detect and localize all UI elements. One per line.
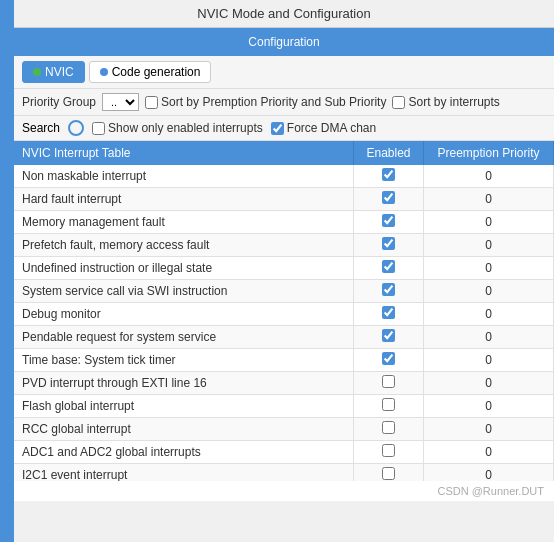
search-icon [68, 120, 84, 136]
config-tab-bar: Configuration [14, 28, 554, 56]
sort-interrupts-label: Sort by interrupts [392, 95, 499, 109]
table-row: System service call via SWI instruction0 [14, 280, 554, 303]
interrupt-name: I2C1 event interrupt [14, 464, 354, 482]
show-only-enabled-label: Show only enabled interrupts [92, 121, 263, 135]
interrupt-priority: 0 [424, 441, 554, 464]
title-bar: NVIC Mode and Configuration [14, 0, 554, 28]
options-row: Priority Group .. Sort by Premption Prio… [14, 89, 554, 116]
interrupt-name: Undefined instruction or illegal state [14, 257, 354, 280]
table-row: Undefined instruction or illegal state0 [14, 257, 554, 280]
interrupt-priority: 0 [424, 234, 554, 257]
enabled-checkbox[interactable] [382, 306, 395, 319]
enabled-checkbox[interactable] [382, 421, 395, 434]
table-row: Flash global interrupt0 [14, 395, 554, 418]
enabled-checkbox[interactable] [382, 168, 395, 181]
config-tab-label: Configuration [228, 32, 339, 52]
watermark: CSDN @Runner.DUT [14, 481, 554, 501]
interrupt-name: System service call via SWI instruction [14, 280, 354, 303]
nvic-interrupt-table: NVIC Interrupt Table Enabled Preemption … [14, 141, 554, 481]
interrupt-priority: 0 [424, 418, 554, 441]
interrupt-name: Time base: System tick timer [14, 349, 354, 372]
interrupt-name: Memory management fault [14, 211, 354, 234]
interrupt-enabled[interactable] [354, 326, 424, 349]
left-bar [0, 0, 14, 542]
col-header-name: NVIC Interrupt Table [14, 141, 354, 165]
interrupt-enabled[interactable] [354, 441, 424, 464]
interrupt-name: Non maskable interrupt [14, 165, 354, 188]
col-header-enabled: Enabled [354, 141, 424, 165]
table-row: RCC global interrupt0 [14, 418, 554, 441]
interrupt-priority: 0 [424, 188, 554, 211]
search-row: Search Show only enabled interrupts Forc… [14, 116, 554, 141]
interrupt-priority: 0 [424, 372, 554, 395]
interrupt-priority: 0 [424, 349, 554, 372]
interrupt-enabled[interactable] [354, 418, 424, 441]
app-title: NVIC Mode and Configuration [197, 6, 370, 21]
interrupt-enabled[interactable] [354, 165, 424, 188]
interrupt-name: Prefetch fault, memory access fault [14, 234, 354, 257]
interrupt-enabled[interactable] [354, 188, 424, 211]
force-dma-checkbox[interactable] [271, 122, 284, 135]
interrupt-name: RCC global interrupt [14, 418, 354, 441]
col-header-priority: Preemption Priority [424, 141, 554, 165]
show-only-enabled-checkbox[interactable] [92, 122, 105, 135]
tabs-row: NVIC Code generation [14, 56, 554, 89]
search-label: Search [22, 121, 60, 135]
priority-group-label: Priority Group [22, 95, 96, 109]
interrupt-priority: 0 [424, 165, 554, 188]
enabled-checkbox[interactable] [382, 375, 395, 388]
priority-group-select[interactable]: .. [102, 93, 139, 111]
interrupt-enabled[interactable] [354, 372, 424, 395]
interrupt-name: PVD interrupt through EXTI line 16 [14, 372, 354, 395]
interrupt-enabled[interactable] [354, 303, 424, 326]
interrupt-priority: 0 [424, 303, 554, 326]
enabled-checkbox[interactable] [382, 444, 395, 457]
enabled-checkbox[interactable] [382, 467, 395, 480]
table-row: ADC1 and ADC2 global interrupts0 [14, 441, 554, 464]
interrupt-priority: 0 [424, 280, 554, 303]
sort-premption-checkbox[interactable] [145, 96, 158, 109]
interrupt-name: ADC1 and ADC2 global interrupts [14, 441, 354, 464]
table-row: Non maskable interrupt0 [14, 165, 554, 188]
interrupt-table-container: NVIC Interrupt Table Enabled Preemption … [14, 141, 554, 481]
tab-code-gen-label: Code generation [112, 65, 201, 79]
interrupt-name: Flash global interrupt [14, 395, 354, 418]
interrupt-name: Debug monitor [14, 303, 354, 326]
enabled-checkbox[interactable] [382, 260, 395, 273]
table-row: PVD interrupt through EXTI line 160 [14, 372, 554, 395]
interrupt-priority: 0 [424, 395, 554, 418]
interrupt-enabled[interactable] [354, 395, 424, 418]
interrupt-enabled[interactable] [354, 349, 424, 372]
table-row: Hard fault interrupt0 [14, 188, 554, 211]
enabled-checkbox[interactable] [382, 191, 395, 204]
code-gen-dot-icon [100, 68, 108, 76]
enabled-checkbox[interactable] [382, 237, 395, 250]
interrupt-priority: 0 [424, 326, 554, 349]
tab-code-generation[interactable]: Code generation [89, 61, 212, 83]
interrupt-priority: 0 [424, 257, 554, 280]
enabled-checkbox[interactable] [382, 283, 395, 296]
table-row: I2C1 event interrupt0 [14, 464, 554, 482]
nvic-dot-icon [33, 68, 41, 76]
table-row: Memory management fault0 [14, 211, 554, 234]
interrupt-priority: 0 [424, 211, 554, 234]
interrupt-name: Hard fault interrupt [14, 188, 354, 211]
table-row: Time base: System tick timer0 [14, 349, 554, 372]
table-row: Debug monitor0 [14, 303, 554, 326]
interrupt-enabled[interactable] [354, 280, 424, 303]
interrupt-enabled[interactable] [354, 234, 424, 257]
enabled-checkbox[interactable] [382, 352, 395, 365]
enabled-checkbox[interactable] [382, 398, 395, 411]
enabled-checkbox[interactable] [382, 214, 395, 227]
sort-interrupts-checkbox[interactable] [392, 96, 405, 109]
interrupt-enabled[interactable] [354, 464, 424, 482]
table-row: Pendable request for system service0 [14, 326, 554, 349]
interrupt-name: Pendable request for system service [14, 326, 354, 349]
interrupt-enabled[interactable] [354, 211, 424, 234]
table-row: Prefetch fault, memory access fault0 [14, 234, 554, 257]
tab-nvic[interactable]: NVIC [22, 61, 85, 83]
tab-nvic-label: NVIC [45, 65, 74, 79]
interrupt-enabled[interactable] [354, 257, 424, 280]
enabled-checkbox[interactable] [382, 329, 395, 342]
interrupt-priority: 0 [424, 464, 554, 482]
